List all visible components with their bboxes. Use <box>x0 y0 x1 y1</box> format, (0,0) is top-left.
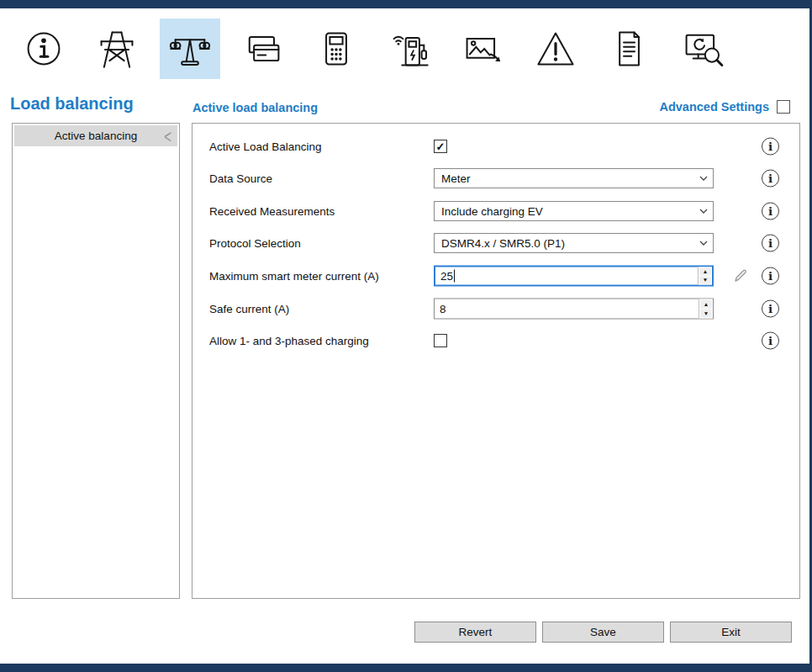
page-title: Load balancing <box>10 94 134 114</box>
field-label: Maximum smart meter current (A) <box>209 270 379 283</box>
dropdown-arrow-icon <box>699 209 708 214</box>
text-caret <box>454 270 455 283</box>
spin-down-button[interactable]: ▼ <box>699 277 711 284</box>
spin-down-button[interactable]: ▼ <box>700 310 712 318</box>
info-icon[interactable]: i <box>762 267 779 285</box>
info-icon[interactable]: i <box>762 235 779 252</box>
toolbar-button-power-pylon[interactable] <box>87 19 147 79</box>
window-frame-top <box>0 0 812 8</box>
select-value: Include charging EV <box>441 205 543 218</box>
protocol-selection-select[interactable]: DSMR4.x / SMR5.0 (P1) <box>434 233 714 253</box>
info-glyph: i <box>768 270 772 282</box>
form-row-data-source: Data Source Meter i <box>209 167 784 189</box>
spinner: ▲ ▼ <box>698 267 712 285</box>
toolbar-button-payment-terminal[interactable] <box>306 19 366 79</box>
toolbar-button-wireless-charging-station[interactable] <box>379 19 440 79</box>
load-balancing-icon <box>168 27 212 71</box>
toolbar <box>13 19 732 79</box>
toolbar-button-info[interactable] <box>13 19 74 79</box>
rfid-cards-icon <box>241 27 285 71</box>
input-value: 8 <box>440 303 446 315</box>
received-measurements-select[interactable]: Include charging EV <box>434 201 714 221</box>
field-label: Allow 1- and 3-phased charging <box>209 335 369 347</box>
info-icon <box>22 27 66 71</box>
display-image-icon <box>461 27 504 71</box>
form-row-safe-current: Safe current (A) 8 ▲ ▼ i <box>209 298 784 320</box>
info-icon[interactable]: i <box>762 138 779 156</box>
power-pylon-icon <box>95 27 139 71</box>
info-glyph: i <box>768 303 772 315</box>
max-smart-meter-current-input[interactable]: 25 ▲ ▼ <box>434 266 714 287</box>
app-window: Load balancing Active balancing < Active… <box>0 0 812 672</box>
document-icon <box>607 27 651 71</box>
input-value: 25 <box>440 270 453 283</box>
info-glyph: i <box>768 237 772 249</box>
monitor-search-icon <box>680 27 724 71</box>
info-glyph: i <box>768 335 772 347</box>
select-value: DSMR4.x / SMR5.0 (P1) <box>441 237 565 250</box>
safe-current-input[interactable]: 8 ▲ ▼ <box>434 299 714 320</box>
advanced-settings-checkbox[interactable] <box>777 100 790 114</box>
toolbar-button-warnings[interactable] <box>525 19 586 79</box>
wireless-charging-station-icon <box>388 27 431 71</box>
spinner: ▲ ▼ <box>699 299 713 319</box>
toolbar-button-document-report[interactable] <box>598 19 659 79</box>
info-icon[interactable]: i <box>762 170 779 188</box>
field-label: Active Load Balancing <box>209 140 322 153</box>
spin-up-button[interactable]: ▲ <box>699 268 711 276</box>
phased-charging-checkbox[interactable] <box>434 334 447 347</box>
field-label: Safe current (A) <box>209 303 289 315</box>
toolbar-button-display-image[interactable] <box>452 19 513 79</box>
advanced-settings-label: Advanced Settings <box>659 100 769 114</box>
toolbar-button-rfid-cards[interactable] <box>233 19 293 79</box>
info-glyph: i <box>768 172 772 184</box>
advanced-settings: Advanced Settings <box>659 100 790 114</box>
field-label: Protocol Selection <box>209 237 301 250</box>
spin-up-button[interactable]: ▲ <box>700 300 712 309</box>
toolbar-button-load-balancing[interactable] <box>160 19 220 79</box>
data-source-select[interactable]: Meter <box>434 168 714 188</box>
warning-icon <box>534 27 577 71</box>
dropdown-arrow-icon <box>699 241 708 246</box>
edit-pencil-icon <box>732 267 749 284</box>
exit-button[interactable]: Exit <box>670 622 792 643</box>
info-icon[interactable]: i <box>762 203 779 220</box>
revert-button[interactable]: Revert <box>414 622 536 643</box>
sidebar-item-active-balancing[interactable]: Active balancing < <box>14 125 177 146</box>
info-icon[interactable]: i <box>762 332 779 350</box>
form-row-phased-charging: Allow 1- and 3-phased charging i <box>209 330 784 352</box>
form-row-active-load-balancing: Active Load Balancing ✓ i <box>209 135 784 157</box>
dropdown-arrow-icon <box>699 176 708 181</box>
save-button[interactable]: Save <box>542 622 664 643</box>
section-title: Active load balancing <box>192 101 318 114</box>
field-label: Data Source <box>209 172 272 185</box>
payment-terminal-icon <box>314 27 358 71</box>
form-row-received-measurements: Received Measurements Include charging E… <box>209 200 784 222</box>
form-row-max-smart-meter-current: Maximum smart meter current (A) 25 ▲ ▼ i <box>209 265 784 287</box>
settings-panel: Active Load Balancing ✓ i Data Source Me… <box>192 123 800 599</box>
info-glyph: i <box>768 140 772 152</box>
chevron-left-icon: < <box>164 127 171 146</box>
select-value: Meter <box>441 172 471 185</box>
toolbar-button-monitor-diagnostics[interactable] <box>672 19 732 79</box>
sidebar: Active balancing < <box>12 123 180 599</box>
field-label: Received Measurements <box>209 205 335 218</box>
active-load-balancing-checkbox[interactable]: ✓ <box>434 140 447 153</box>
sidebar-item-label: Active balancing <box>55 130 137 142</box>
info-icon[interactable]: i <box>762 300 779 318</box>
window-frame-bottom <box>0 664 812 672</box>
form-row-protocol-selection: Protocol Selection DSMR4.x / SMR5.0 (P1)… <box>209 232 784 254</box>
info-glyph: i <box>768 205 772 217</box>
